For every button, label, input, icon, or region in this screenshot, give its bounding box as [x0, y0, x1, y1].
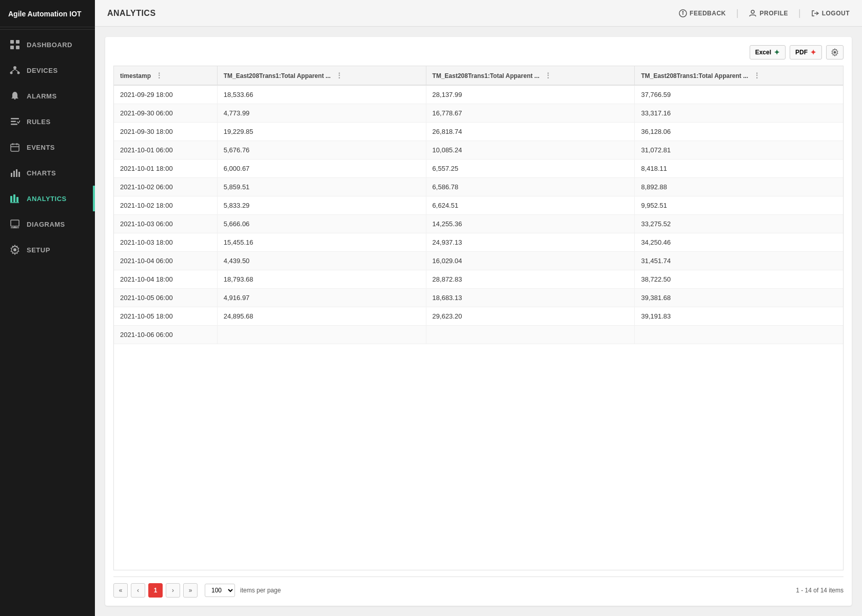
cell-col3: 9,952.51 [635, 196, 843, 215]
svg-rect-17 [11, 173, 12, 177]
cell-col1: 4,439.50 [217, 252, 426, 270]
sidebar-item-diagrams-label: DIAGRAMS [27, 221, 65, 228]
table-row: 2021-10-04 06:004,439.5016,029.0431,451.… [114, 252, 843, 270]
cell-timestamp: 2021-10-05 18:00 [114, 307, 217, 326]
topbar-separator: | [736, 8, 739, 18]
charts-icon [9, 167, 21, 178]
svg-rect-19 [16, 169, 17, 177]
page-last-button[interactable]: » [183, 583, 198, 598]
feedback-icon [679, 9, 687, 17]
profile-button[interactable]: PROFILE [749, 9, 788, 17]
cell-col2: 18,683.13 [426, 289, 635, 307]
data-table: timestamp ⋮ TM_East208Trans1:Total Appar… [114, 66, 843, 344]
cell-col3: 8,418.11 [635, 160, 843, 178]
feedback-button[interactable]: FEEDBACK [679, 9, 726, 17]
svg-rect-21 [10, 196, 12, 202]
page-number-1[interactable]: 1 [148, 583, 163, 598]
col-menu-col3[interactable]: ⋮ [753, 71, 760, 80]
cell-col1: 18,793.68 [217, 270, 426, 289]
main-content: ANALYTICS FEEDBACK | PROFILE | [95, 0, 862, 616]
col-label-col2: TM_East208Trans1:Total Apparent ... [433, 72, 540, 80]
page-first-button[interactable]: « [113, 583, 128, 598]
events-icon [9, 142, 21, 153]
svg-rect-20 [18, 172, 20, 177]
cell-timestamp: 2021-10-05 06:00 [114, 289, 217, 307]
cell-col3: 8,892.88 [635, 178, 843, 196]
table-row: 2021-09-29 18:0018,533.6628,137.9937,766… [114, 85, 843, 104]
sidebar-item-devices[interactable]: DEVICES [0, 57, 95, 83]
col-header-timestamp: timestamp ⋮ [114, 66, 217, 85]
col-menu-col1[interactable]: ⋮ [336, 71, 343, 80]
logout-button[interactable]: LOGOUT [811, 9, 850, 17]
sidebar-item-events[interactable]: EVENTS [0, 134, 95, 160]
cell-col3: 34,250.46 [635, 233, 843, 252]
sidebar-item-charts[interactable]: CHARTS [0, 160, 95, 186]
sidebar-item-dashboard[interactable]: DASHBOARD [0, 32, 95, 57]
analytics-card: Excel ✦ PDF ✦ [105, 37, 852, 606]
sidebar-item-alarms[interactable]: ALARMS [0, 83, 95, 109]
svg-point-32 [682, 11, 683, 12]
col-label-col1: TM_East208Trans1:Total Apparent ... [224, 72, 331, 80]
excel-icon: ✦ [774, 48, 780, 56]
page-next-button[interactable]: › [166, 583, 180, 598]
pdf-export-button[interactable]: PDF ✦ [790, 45, 822, 59]
col-header-col3: TM_East208Trans1:Total Apparent ... ⋮ [635, 66, 843, 85]
rules-icon [9, 116, 21, 127]
sidebar-item-diagrams[interactable]: DIAGRAMS [0, 211, 95, 237]
svg-point-29 [13, 248, 16, 251]
cell-timestamp: 2021-09-29 18:00 [114, 85, 217, 104]
cell-col2: 10,085.24 [426, 141, 635, 160]
col-header-col2: TM_East208Trans1:Total Apparent ... ⋮ [426, 66, 635, 85]
cell-col1: 5,833.29 [217, 196, 426, 215]
diagrams-icon [9, 218, 21, 230]
cell-timestamp: 2021-10-04 06:00 [114, 252, 217, 270]
settings-button[interactable] [826, 45, 844, 59]
cell-col3: 37,766.59 [635, 85, 843, 104]
table-row: 2021-10-04 18:0018,793.6828,872.8338,722… [114, 270, 843, 289]
cell-col3: 39,191.83 [635, 307, 843, 326]
sidebar-item-setup[interactable]: SETUP [0, 237, 95, 263]
cell-col3: 33,317.16 [635, 104, 843, 123]
feedback-label: FEEDBACK [690, 10, 726, 17]
table-row: 2021-10-01 06:005,676.7610,085.2431,072.… [114, 141, 843, 160]
cell-col3: 33,275.52 [635, 215, 843, 233]
cell-timestamp: 2021-09-30 06:00 [114, 104, 217, 123]
svg-rect-10 [11, 118, 19, 120]
sidebar: Agile Automation IOT DASHBOARD DEVICES [0, 0, 95, 616]
cell-timestamp: 2021-10-03 18:00 [114, 233, 217, 252]
devices-icon [9, 65, 21, 76]
cell-col2: 6,624.51 [426, 196, 635, 215]
table-row: 2021-09-30 06:004,773.9916,778.6733,317.… [114, 104, 843, 123]
cell-col2: 16,778.67 [426, 104, 635, 123]
col-menu-timestamp[interactable]: ⋮ [155, 71, 163, 80]
excel-label: Excel [755, 49, 771, 56]
cell-col1 [217, 326, 426, 344]
svg-rect-1 [16, 40, 19, 44]
cell-col1: 19,229.85 [217, 123, 426, 141]
col-label-col3: TM_East208Trans1:Total Apparent ... [641, 72, 748, 80]
table-row: 2021-10-03 18:0015,455.1624,937.1334,250… [114, 233, 843, 252]
cell-col2: 26,818.74 [426, 123, 635, 141]
cell-col3: 39,381.68 [635, 289, 843, 307]
table-row: 2021-10-01 18:006,000.676,557.258,418.11 [114, 160, 843, 178]
cell-timestamp: 2021-10-03 06:00 [114, 215, 217, 233]
excel-export-button[interactable]: Excel ✦ [750, 45, 786, 59]
cell-timestamp: 2021-10-02 18:00 [114, 196, 217, 215]
sidebar-item-dashboard-label: DASHBOARD [27, 41, 72, 49]
cell-col3: 38,722.50 [635, 270, 843, 289]
col-menu-col2[interactable]: ⋮ [544, 71, 552, 80]
settings-icon [831, 48, 839, 56]
page-prev-button[interactable]: ‹ [131, 583, 145, 598]
table-row: 2021-10-05 18:0024,895.6829,623.2039,191… [114, 307, 843, 326]
sidebar-item-rules[interactable]: RULES [0, 109, 95, 134]
sidebar-item-events-label: EVENTS [27, 144, 55, 151]
pagination-info: 1 - 14 of 14 items [796, 587, 844, 594]
sidebar-item-analytics[interactable]: ANALYTICS [0, 186, 95, 211]
cell-col2: 6,586.78 [426, 178, 635, 196]
card-toolbar: Excel ✦ PDF ✦ [113, 45, 844, 59]
per-page-select[interactable]: 102550100 [205, 584, 235, 597]
svg-point-35 [834, 51, 836, 54]
cell-col1: 15,455.16 [217, 233, 426, 252]
app-logo: Agile Automation IOT [0, 0, 95, 27]
table-body: 2021-09-29 18:0018,533.6628,137.9937,766… [114, 85, 843, 344]
